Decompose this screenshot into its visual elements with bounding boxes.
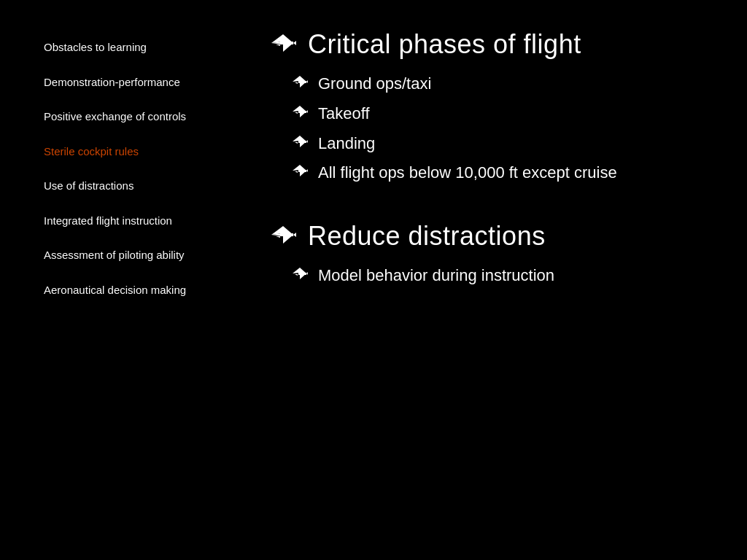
svg-rect-15 [298,111,306,113]
bullet-airplane-icon [292,164,308,182]
svg-marker-19 [293,136,306,141]
svg-marker-41 [306,272,308,275]
svg-marker-37 [276,236,280,238]
sidebar-item-use-of-distractions[interactable]: Use of distractions [44,179,241,193]
bullet-text: Landing [318,133,375,155]
bullet-airplane-icon [292,267,308,285]
svg-marker-28 [306,169,308,172]
section-heading-text: Reduce distractions [308,221,546,252]
list-item: All flight ops below 10,000 ft except cr… [292,162,718,184]
svg-rect-27 [298,170,306,172]
main-content: Critical phases of flight Ground ops/tax… [255,0,747,560]
svg-marker-43 [295,274,298,276]
svg-marker-13 [293,106,306,112]
list-item: Ground ops/taxi [292,73,718,96]
sidebar-item-positive-exchange[interactable]: Positive exchange of controls [44,109,241,124]
list-item: Landing [292,133,718,155]
list-item: Takeoff [292,103,718,125]
bullet-list-reduce-distractions: Model behavior during instruction [270,265,718,287]
bullet-text: All flight ops below 10,000 ft except cr… [318,162,617,184]
section-heading-text: Critical phases of flight [308,29,581,60]
sidebar-item-obstacles-to-learning[interactable]: Obstacles to learning [44,40,241,55]
svg-marker-22 [306,140,308,143]
bullet-text: Ground ops/taxi [318,73,431,96]
svg-marker-18 [295,112,298,114]
svg-marker-10 [306,80,308,83]
sidebar-item-sterile-cockpit[interactable]: Sterile cockpit rules [44,144,241,159]
bullet-airplane-icon [292,75,308,93]
svg-marker-30 [295,171,298,173]
sidebar-item-demonstration-performance[interactable]: Demonstration-performance [44,75,241,90]
airplane-icon [270,33,296,56]
bullet-list-critical-phases: Ground ops/taxi Takeoff Landing [270,73,718,184]
svg-marker-16 [306,110,308,113]
svg-marker-12 [295,82,298,84]
bullet-text: Model behavior during instruction [318,265,554,287]
svg-marker-7 [293,76,306,82]
section-title-reduce-distractions: Reduce distractions [270,221,718,252]
sidebar-item-aeronautical-decision[interactable]: Aeronautical decision making [44,283,241,298]
svg-marker-4 [293,41,296,45]
svg-marker-38 [293,268,306,273]
svg-marker-25 [293,165,306,171]
svg-rect-3 [280,42,293,44]
section-reduce-distractions: Reduce distractions Model behavior durin… [270,221,718,287]
svg-marker-35 [293,233,296,237]
airplane-icon [270,225,296,248]
section-critical-phases: Critical phases of flight Ground ops/tax… [270,29,718,184]
sidebar: Obstacles to learningDemonstration-perfo… [0,0,255,560]
bullet-text: Takeoff [318,103,370,125]
section-title-critical-phases: Critical phases of flight [270,29,718,60]
svg-rect-34 [280,233,293,236]
svg-rect-9 [298,81,306,83]
sidebar-item-assessment-piloting[interactable]: Assessment of piloting ability [44,248,241,262]
bullet-airplane-icon [292,105,308,123]
svg-rect-21 [298,141,306,143]
sidebar-item-integrated-flight[interactable]: Integrated flight instruction [44,214,241,228]
svg-rect-40 [298,273,306,275]
bullet-airplane-icon [292,135,308,153]
svg-marker-6 [276,44,280,46]
list-item: Model behavior during instruction [292,265,718,287]
svg-marker-24 [295,142,298,144]
